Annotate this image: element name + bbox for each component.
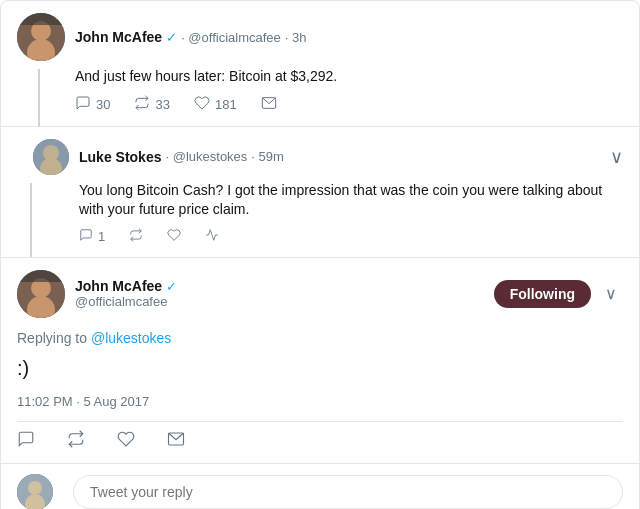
svg-rect-11 xyxy=(17,270,65,282)
main-tweet-handle: @officialmcafee xyxy=(75,294,177,309)
tweet-1-user-info: John McAfee ✓ · @officialmcafee · 3h xyxy=(75,29,623,45)
reply-icon-main xyxy=(17,430,35,451)
like-icon-1 xyxy=(194,95,210,114)
mail-icon-1 xyxy=(261,95,277,114)
retweet-action-2[interactable] xyxy=(129,228,143,245)
main-tweet-right-actions: Following ∨ xyxy=(494,280,623,308)
tweet-2-time: · 59m xyxy=(251,149,284,164)
tweet-2-header: Luke Stokes · @lukestokes · 59m ∨ xyxy=(33,139,623,175)
svg-point-14 xyxy=(28,481,42,495)
tweet-1-actions: 30 33 181 xyxy=(75,95,623,114)
like-icon-main xyxy=(117,430,135,451)
retweet-icon-1 xyxy=(134,95,150,114)
tweet-1-content: And just few hours later: Bitcoin at $3,… xyxy=(75,67,623,87)
tweet-1-handle: · @officialmcafee xyxy=(181,30,281,45)
tweet-2-handle: · @lukestokes xyxy=(165,149,247,164)
retweet-count-1: 33 xyxy=(155,97,169,112)
reply-action-2[interactable]: 1 xyxy=(79,228,105,245)
tweet-2-username: Luke Stokes xyxy=(79,149,161,165)
tweet-2-name-row: Luke Stokes · @lukestokes · 59m xyxy=(79,149,610,165)
following-button[interactable]: Following xyxy=(494,280,591,308)
mail-action-1[interactable] xyxy=(261,95,277,114)
avatar-reply-user xyxy=(17,474,53,509)
tweet-2-actions: 1 xyxy=(79,228,623,245)
reply-count-2: 1 xyxy=(98,229,105,244)
like-action-main[interactable] xyxy=(117,430,135,451)
retweet-icon-2 xyxy=(129,228,143,245)
retweet-action-main[interactable] xyxy=(67,430,85,451)
reply-input[interactable] xyxy=(73,475,623,509)
retweet-action-1[interactable]: 33 xyxy=(134,95,169,114)
tweet-2: Luke Stokes · @lukestokes · 59m ∨ You lo… xyxy=(1,127,639,258)
tweet-1: John McAfee ✓ · @officialmcafee · 3h And… xyxy=(1,1,639,127)
like-action-2[interactable] xyxy=(167,228,181,245)
tweet-1-name-row: John McAfee ✓ · @officialmcafee · 3h xyxy=(75,29,623,45)
reply-action-main[interactable] xyxy=(17,430,35,451)
main-tweet-bottom-actions xyxy=(17,421,623,451)
main-tweet-content: :) xyxy=(17,354,623,382)
main-tweet-user: John McAfee ✓ @officialmcafee xyxy=(17,270,177,318)
avatar-john-1 xyxy=(17,13,65,61)
svg-rect-3 xyxy=(17,13,65,25)
reply-box xyxy=(1,464,639,509)
replying-to: Replying to @lukestokes xyxy=(17,330,623,346)
analytics-icon-2 xyxy=(205,228,219,245)
tweet-thread: John McAfee ✓ · @officialmcafee · 3h And… xyxy=(0,0,640,509)
reply-icon-2 xyxy=(79,228,93,245)
mail-action-main[interactable] xyxy=(167,430,185,451)
main-tweet-user-info: John McAfee ✓ @officialmcafee xyxy=(75,278,177,309)
main-tweet-header: John McAfee ✓ @officialmcafee Following … xyxy=(17,270,623,318)
analytics-action-2[interactable] xyxy=(205,228,219,245)
verified-icon-main: ✓ xyxy=(166,279,177,294)
tweet-1-time: · 3h xyxy=(285,30,307,45)
tweet-1-username: John McAfee xyxy=(75,29,162,45)
reply-action-1[interactable]: 30 xyxy=(75,95,110,114)
avatar-john-main xyxy=(17,270,65,318)
like-action-1[interactable]: 181 xyxy=(194,95,237,114)
like-count-1: 181 xyxy=(215,97,237,112)
thread-line xyxy=(38,69,40,126)
reply-icon-1 xyxy=(75,95,91,114)
main-tweet: John McAfee ✓ @officialmcafee Following … xyxy=(1,258,639,464)
tweet-1-header: John McAfee ✓ · @officialmcafee · 3h xyxy=(17,13,623,61)
main-tweet-username: John McAfee xyxy=(75,278,162,294)
tweet-2-content: You long Bitcoin Cash? I got the impress… xyxy=(79,181,623,220)
tweet-2-user-info: Luke Stokes · @lukestokes · 59m xyxy=(79,149,610,165)
replying-to-handle[interactable]: @lukestokes xyxy=(91,330,171,346)
mail-icon-main xyxy=(167,430,185,451)
retweet-icon-main xyxy=(67,430,85,451)
main-tweet-name-row: John McAfee ✓ xyxy=(75,278,177,294)
thread-line-2 xyxy=(30,183,32,257)
verified-icon-1: ✓ xyxy=(166,30,177,45)
like-icon-2 xyxy=(167,228,181,245)
chevron-down-icon-2[interactable]: ∨ xyxy=(610,146,623,168)
tweet-timestamp: 11:02 PM · 5 Aug 2017 xyxy=(17,394,623,409)
chevron-down-icon-main[interactable]: ∨ xyxy=(599,280,623,307)
avatar-luke xyxy=(33,139,69,175)
reply-count-1: 30 xyxy=(96,97,110,112)
